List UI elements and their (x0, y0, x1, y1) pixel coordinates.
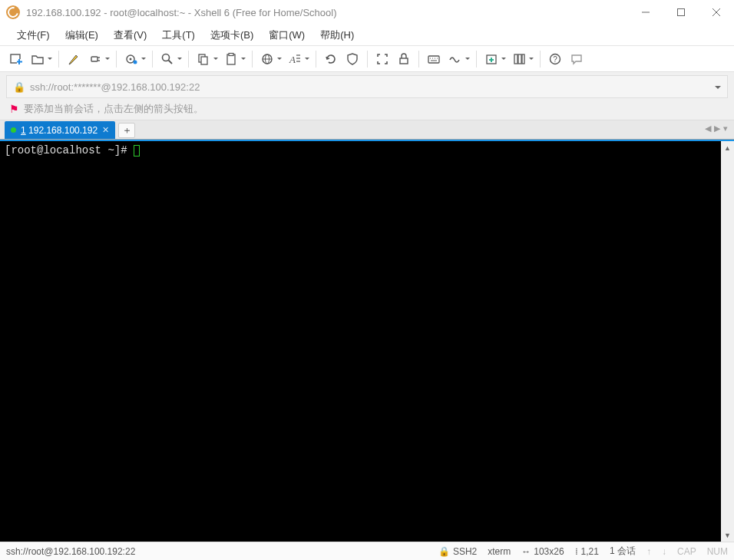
find-button[interactable] (157, 49, 177, 69)
svg-rect-1 (678, 9, 685, 16)
toolbar-separator (540, 51, 541, 68)
svg-rect-39 (522, 54, 524, 64)
tab-prev-button[interactable]: ◀ (705, 124, 711, 133)
toolbar-separator (316, 51, 316, 68)
toolbar-separator (58, 51, 59, 68)
keyboard-button[interactable] (424, 49, 444, 69)
address-bar[interactable]: 🔒 ssh://root:*******@192.168.100.192:22 (6, 75, 728, 98)
menu-tabs[interactable]: 选项卡(B) (203, 25, 261, 45)
tab-nav: ◀ ▶ ▾ (705, 124, 728, 133)
new-session-button[interactable] (6, 49, 26, 69)
open-session-button[interactable] (28, 49, 48, 69)
font-button[interactable]: A (285, 49, 305, 69)
status-up-button[interactable]: ↑ (646, 546, 651, 557)
tab-close-button[interactable]: ✕ (102, 125, 109, 135)
help-button[interactable]: ? (545, 49, 565, 69)
title-bar: 192.168.100.192 - root@localhost:~ - Xsh… (0, 0, 734, 25)
toolbar-separator (188, 51, 189, 68)
status-sessions: 1 会话 (610, 545, 636, 558)
toolbar: A ? (0, 46, 734, 72)
help-icon: ? (548, 52, 562, 66)
scroll-up-button[interactable]: ▲ (721, 141, 734, 154)
folder-icon (31, 52, 45, 66)
svg-line-15 (169, 60, 173, 64)
layout-button[interactable] (509, 49, 529, 69)
scrollbar[interactable]: ▲ ▼ (721, 141, 734, 542)
shield-icon (346, 52, 359, 66)
status-terminal-type: xterm (488, 546, 511, 557)
new-tab-button[interactable] (481, 49, 501, 69)
scroll-down-button[interactable]: ▼ (721, 529, 734, 542)
refresh-button[interactable] (321, 49, 341, 69)
paste-button[interactable] (221, 49, 241, 69)
clipboard-icon (224, 52, 238, 66)
svg-text:?: ? (553, 55, 557, 64)
status-bar: ssh://root@192.168.100.192:22 🔒SSH2 xter… (0, 542, 734, 560)
pencil-icon (67, 52, 81, 66)
position-icon: ⁞ (575, 546, 578, 557)
chat-icon (570, 52, 584, 66)
status-down-button[interactable]: ↓ (662, 546, 666, 557)
toolbar-separator (252, 51, 253, 68)
plug-icon (88, 52, 102, 66)
tab-bar: 1 192.168.100.192 ✕ ＋ ◀ ▶ ▾ (0, 120, 734, 140)
svg-rect-8 (91, 57, 98, 61)
globe-button[interactable] (257, 49, 277, 69)
svg-point-12 (130, 58, 132, 60)
status-num: NUM (707, 546, 728, 557)
flag-icon: ⚑ (9, 103, 19, 115)
minimize-button[interactable] (628, 0, 663, 25)
svg-rect-19 (229, 53, 233, 55)
maximize-icon (677, 8, 685, 16)
tab-number: 1 (21, 125, 26, 136)
status-path: ssh://root@192.168.100.192:22 (6, 546, 428, 557)
tab-next-button[interactable]: ▶ (714, 124, 720, 133)
columns-icon (512, 52, 526, 66)
chat-button[interactable] (567, 49, 587, 69)
lock-button[interactable] (394, 49, 414, 69)
menu-file[interactable]: 文件(F) (9, 25, 58, 45)
toolbar-separator (418, 51, 419, 68)
status-cap: CAP (677, 546, 696, 557)
globe-icon (260, 52, 274, 66)
add-tab-button[interactable]: ＋ (118, 123, 135, 138)
refresh-icon (324, 52, 338, 66)
terminal-container: [root@localhost ~]# ▲ ▼ (0, 140, 734, 542)
minimize-icon (642, 8, 650, 16)
cursor-icon (134, 145, 140, 156)
window-title: 192.168.100.192 - root@localhost:~ - Xsh… (26, 7, 628, 18)
lock-icon (397, 52, 411, 66)
toolbar-separator (476, 51, 477, 68)
terminal-prompt: [root@localhost ~]# (5, 144, 134, 156)
shield-button[interactable] (342, 49, 362, 69)
menu-view[interactable]: 查看(V) (106, 25, 154, 45)
script-button[interactable] (445, 49, 465, 69)
size-icon: ↔ (521, 546, 531, 557)
menu-edit[interactable]: 编辑(E) (58, 25, 106, 45)
disconnect-button[interactable] (85, 49, 105, 69)
terminal[interactable]: [root@localhost ~]# (0, 141, 721, 542)
fullscreen-button[interactable] (372, 49, 392, 69)
status-ssh: 🔒SSH2 (438, 546, 477, 557)
wave-icon (448, 52, 462, 66)
session-tab[interactable]: 1 192.168.100.192 ✕ (5, 121, 115, 139)
reconnect-button[interactable] (64, 49, 84, 69)
tab-menu-button[interactable]: ▾ (723, 124, 728, 133)
scroll-track[interactable] (721, 154, 734, 529)
menu-bar: 文件(F) 编辑(E) 查看(V) 工具(T) 选项卡(B) 窗口(W) 帮助(… (0, 25, 734, 46)
status-dot-icon (11, 127, 16, 133)
lock-icon: 🔒 (438, 546, 450, 557)
close-button[interactable] (699, 0, 734, 25)
svg-rect-17 (201, 57, 207, 64)
fullscreen-icon (375, 52, 389, 66)
maximize-button[interactable] (663, 0, 699, 25)
svg-rect-28 (428, 56, 439, 63)
properties-button[interactable] (121, 49, 141, 69)
address-text: ssh://root:*******@192.168.100.192:22 (30, 81, 200, 93)
new-session-icon (9, 52, 23, 66)
svg-rect-38 (518, 54, 521, 64)
copy-button[interactable] (193, 49, 213, 69)
menu-help[interactable]: 帮助(H) (312, 25, 362, 45)
menu-tools[interactable]: 工具(T) (154, 25, 203, 45)
menu-window[interactable]: 窗口(W) (261, 25, 312, 45)
